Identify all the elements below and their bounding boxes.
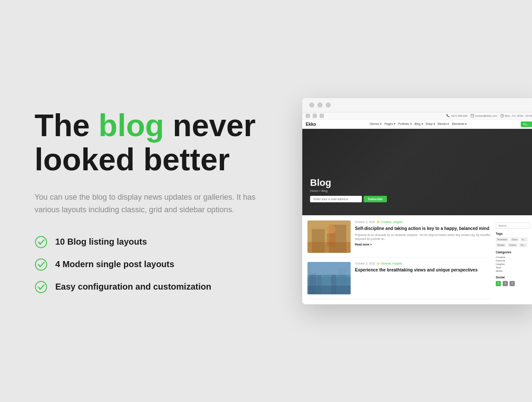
topbar-twitter-icon xyxy=(320,114,324,118)
tag-gear[interactable]: Gear xyxy=(510,237,519,242)
post-meta-1: October 3, 2018 📁 Creative, Insights xyxy=(355,220,491,224)
post-category-1: Creative, Insights xyxy=(381,220,402,223)
nav-elements[interactable]: Elements ▾ xyxy=(452,122,467,126)
svg-point-2 xyxy=(35,281,47,293)
post-read-more-1[interactable]: Read more » xyxy=(355,243,491,246)
blog-hero: Blog Home » Blog Subscribe xyxy=(302,129,532,215)
sidebar-categories: Creative General Insights Tech World xyxy=(496,256,530,272)
post-date-1: October 3, 2018 xyxy=(355,220,375,223)
svg-rect-10 xyxy=(307,242,351,253)
sidebar-tags: Business Gear In... Mobile Online Po... xyxy=(496,237,530,247)
nav-items: Demos ▾ Pages ▾ Portfolio ▾ Blog ▾ Shop … xyxy=(370,122,467,126)
check-icon-3 xyxy=(35,281,48,294)
headline: The blog neverlooked better xyxy=(35,108,276,177)
cat-world[interactable]: World xyxy=(496,270,530,272)
check-icon-1 xyxy=(35,236,48,249)
left-panel: The blog neverlooked better You can use … xyxy=(35,108,276,294)
sidebar-social-title: Social xyxy=(496,276,530,279)
email-icon xyxy=(471,114,474,118)
post-thumb-image-1 xyxy=(307,220,351,253)
blog-topbar: (227) 400-630 contact@ekko.com Mon - Fri… xyxy=(302,112,532,120)
topbar-facebook-icon xyxy=(306,114,310,118)
feature-item-3: Easy configuration and customization xyxy=(35,281,276,294)
phone-icon xyxy=(446,114,450,118)
svg-point-8 xyxy=(327,225,336,233)
post-title-2: Experience the breathtaking views and un… xyxy=(355,267,491,273)
post-date-2: October 3, 2018 xyxy=(355,262,375,265)
cat-general[interactable]: General xyxy=(496,259,530,262)
post-content-2: October 3, 2018 📁 General, Insights Expe… xyxy=(355,262,491,294)
feature-text-1: 10 Blog listing layouts xyxy=(55,237,147,247)
nav-pages[interactable]: Pages ▾ xyxy=(384,122,396,126)
blog-hero-title: Blog xyxy=(310,177,387,188)
post-thumbnail-1 xyxy=(307,220,351,253)
social-twitter-icon[interactable]: t xyxy=(510,281,515,286)
nav-logo: Ekko xyxy=(306,122,316,127)
post-excerpt-1: Prepared do an dissuade be so whatever s… xyxy=(355,233,491,242)
subscribe-email-input[interactable] xyxy=(310,196,362,202)
blog-sidebar: Tags Business Gear In... Mobile Online P… xyxy=(496,220,530,299)
hours-text: Mon - Fri: 10:00 - 22:00 xyxy=(505,115,532,117)
check-icon-2 xyxy=(35,258,48,271)
post-thumb-image-2 xyxy=(307,262,351,294)
post-title-1: Self-discipline and taking action is key… xyxy=(355,226,491,231)
nav-blog[interactable]: Blog ▾ xyxy=(415,122,423,126)
feature-text-2: 4 Modern single post layouts xyxy=(55,259,174,269)
blog-breadcrumb: Home » Blog xyxy=(310,189,387,192)
blog-posts-section: October 3, 2018 📁 Creative, Insights Sel… xyxy=(302,215,532,304)
subscribe-button[interactable]: Subscribe xyxy=(364,196,387,202)
tag-mobile[interactable]: Mobile xyxy=(496,243,506,247)
browser-dot-green xyxy=(326,102,331,108)
topbar-email: contact@ekko.com xyxy=(471,114,497,118)
sidebar-tags-title: Tags xyxy=(496,232,530,235)
right-panel: (227) 400-630 contact@ekko.com Mon - Fri… xyxy=(302,98,532,304)
nav-portfolio[interactable]: Portfolio ▾ xyxy=(398,122,412,126)
svg-point-0 xyxy=(35,236,47,248)
blog-posts-main: October 3, 2018 📁 Creative, Insights Sel… xyxy=(307,220,491,299)
nav-cta-button[interactable]: Pu... xyxy=(521,121,532,127)
page-wrapper: The blog neverlooked better You can use … xyxy=(0,0,532,402)
svg-rect-19 xyxy=(307,262,351,275)
tag-business[interactable]: Business xyxy=(496,237,509,242)
sidebar-search-input[interactable] xyxy=(496,223,530,229)
cat-insights[interactable]: Insights xyxy=(496,263,530,265)
post-meta-2: October 3, 2018 📁 General, Insights xyxy=(355,262,491,265)
post-thumbnail-2 xyxy=(307,262,351,294)
browser-window: (227) 400-630 contact@ekko.com Mon - Fri… xyxy=(302,98,532,304)
feature-item-1: 10 Blog listing layouts xyxy=(35,236,276,249)
description: You can use the blog to display news upd… xyxy=(35,191,259,217)
tag-po[interactable]: Po... xyxy=(519,243,527,247)
feature-item-2: 4 Modern single post layouts xyxy=(35,258,276,271)
svg-point-1 xyxy=(35,259,47,270)
post-category-2: General, Insights xyxy=(381,262,402,265)
svg-rect-18 xyxy=(307,286,351,294)
post-content-1: October 3, 2018 📁 Creative, Insights Sel… xyxy=(355,220,491,253)
features-list: 10 Blog listing layouts 4 Modern single … xyxy=(35,236,276,294)
blog-navbar: Ekko Demos ▾ Pages ▾ Portfolio ▾ Blog ▾ … xyxy=(302,120,532,129)
blog-subscribe-form: Subscribe xyxy=(310,196,387,202)
feature-text-3: Easy configuration and customization xyxy=(55,282,211,292)
browser-titlebar xyxy=(302,98,532,112)
cat-tech[interactable]: Tech xyxy=(496,266,530,269)
nav-demos[interactable]: Demos ▾ xyxy=(370,122,382,126)
nav-blocks[interactable]: Blocks ▾ xyxy=(438,122,450,126)
blog-hero-overlay: Blog Home » Blog Subscribe xyxy=(302,129,532,215)
nav-shop[interactable]: Shop ▾ xyxy=(426,122,435,126)
tag-in[interactable]: In... xyxy=(520,237,528,242)
social-facebook-icon[interactable]: f xyxy=(496,281,501,286)
blog-hero-content: Blog Home » Blog Subscribe xyxy=(310,177,387,202)
headline-text1: The xyxy=(35,108,98,143)
phone-number: (227) 400-630 xyxy=(451,115,467,117)
email-address: contact@ekko.com xyxy=(475,115,497,117)
cat-creative[interactable]: Creative xyxy=(496,256,530,258)
social-instagram-icon[interactable]: i xyxy=(503,281,508,286)
topbar-phone: (227) 400-630 xyxy=(446,114,467,118)
headline-green: blog xyxy=(98,108,164,143)
tag-online[interactable]: Online xyxy=(507,243,518,247)
topbar-info: (227) 400-630 contact@ekko.com Mon - Fri… xyxy=(446,114,532,118)
topbar-instagram-icon xyxy=(313,114,317,118)
blog-post-2: October 3, 2018 📁 General, Insights Expe… xyxy=(307,262,491,299)
blog-post-1: October 3, 2018 📁 Creative, Insights Sel… xyxy=(307,220,491,258)
browser-dot-red xyxy=(309,102,314,108)
sidebar-social: f i t xyxy=(496,281,530,286)
